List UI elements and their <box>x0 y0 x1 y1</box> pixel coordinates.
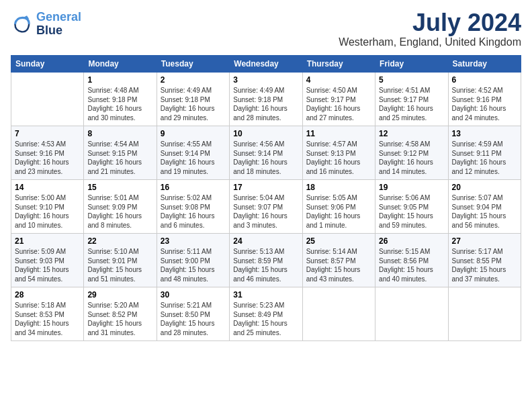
day-number: 16 <box>161 183 226 192</box>
day-number: 17 <box>233 183 298 192</box>
day-number: 9 <box>161 129 226 138</box>
weekday-header-saturday: Saturday <box>448 56 521 73</box>
calendar-cell: 25Sunrise: 5:14 AM Sunset: 8:57 PM Dayli… <box>302 234 375 287</box>
day-detail: Sunrise: 5:23 AM Sunset: 8:49 PM Dayligh… <box>233 301 298 337</box>
calendar-cell: 21Sunrise: 5:09 AM Sunset: 9:03 PM Dayli… <box>11 234 84 287</box>
day-detail: Sunrise: 5:09 AM Sunset: 9:03 PM Dayligh… <box>15 247 80 283</box>
day-detail: Sunrise: 5:02 AM Sunset: 9:08 PM Dayligh… <box>161 193 226 230</box>
day-detail: Sunrise: 4:55 AM Sunset: 9:14 PM Dayligh… <box>161 140 226 176</box>
calendar-cell: 13Sunrise: 4:59 AM Sunset: 9:11 PM Dayli… <box>448 126 521 180</box>
day-detail: Sunrise: 4:57 AM Sunset: 9:13 PM Dayligh… <box>306 140 371 176</box>
day-detail: Sunrise: 4:54 AM Sunset: 9:15 PM Dayligh… <box>87 140 152 176</box>
day-number: 18 <box>306 183 371 192</box>
calendar-week-3: 14Sunrise: 5:00 AM Sunset: 9:10 PM Dayli… <box>11 180 521 234</box>
calendar-table: SundayMondayTuesdayWednesdayThursdayFrid… <box>11 55 521 341</box>
day-number: 29 <box>87 290 152 300</box>
weekday-header-wednesday: Wednesday <box>230 56 302 73</box>
calendar-cell: 18Sunrise: 5:05 AM Sunset: 9:06 PM Dayli… <box>302 180 375 234</box>
day-number: 12 <box>379 129 444 138</box>
calendar-week-4: 21Sunrise: 5:09 AM Sunset: 9:03 PM Dayli… <box>11 234 521 287</box>
calendar-cell: 1Sunrise: 4:48 AM Sunset: 9:18 PM Daylig… <box>84 73 157 126</box>
calendar-cell: 8Sunrise: 4:54 AM Sunset: 9:15 PM Daylig… <box>84 126 157 180</box>
day-detail: Sunrise: 4:48 AM Sunset: 9:18 PM Dayligh… <box>87 86 152 122</box>
weekday-header-sunday: Sunday <box>11 56 84 73</box>
day-number: 19 <box>379 183 444 192</box>
day-detail: Sunrise: 4:51 AM Sunset: 9:17 PM Dayligh… <box>379 86 444 122</box>
calendar-cell: 23Sunrise: 5:11 AM Sunset: 9:00 PM Dayli… <box>157 234 229 287</box>
day-number: 25 <box>306 236 371 246</box>
calendar-week-5: 28Sunrise: 5:18 AM Sunset: 8:53 PM Dayli… <box>11 287 521 341</box>
calendar-cell: 16Sunrise: 5:02 AM Sunset: 9:08 PM Dayli… <box>157 180 229 234</box>
calendar-cell: 11Sunrise: 4:57 AM Sunset: 9:13 PM Dayli… <box>302 126 375 180</box>
day-detail: Sunrise: 4:49 AM Sunset: 9:18 PM Dayligh… <box>161 86 226 122</box>
calendar-cell: 10Sunrise: 4:56 AM Sunset: 9:14 PM Dayli… <box>230 126 302 180</box>
weekday-header-thursday: Thursday <box>302 56 375 73</box>
calendar-cell: 20Sunrise: 5:07 AM Sunset: 9:04 PM Dayli… <box>448 180 521 234</box>
day-detail: Sunrise: 5:01 AM Sunset: 9:09 PM Dayligh… <box>87 193 152 230</box>
logo-text: GeneralBlue <box>36 11 81 38</box>
title-block: July 2024 Westerham, England, United Kin… <box>339 11 521 48</box>
location-text: Westerham, England, United Kingdom <box>339 36 521 48</box>
day-number: 22 <box>87 236 152 246</box>
day-detail: Sunrise: 4:50 AM Sunset: 9:17 PM Dayligh… <box>306 86 371 122</box>
weekday-header-friday: Friday <box>375 56 448 73</box>
calendar-cell: 15Sunrise: 5:01 AM Sunset: 9:09 PM Dayli… <box>84 180 157 234</box>
day-detail: Sunrise: 4:59 AM Sunset: 9:11 PM Dayligh… <box>452 140 517 176</box>
day-number: 11 <box>306 129 371 138</box>
calendar-cell: 9Sunrise: 4:55 AM Sunset: 9:14 PM Daylig… <box>157 126 229 180</box>
day-detail: Sunrise: 5:06 AM Sunset: 9:05 PM Dayligh… <box>379 193 444 230</box>
day-number: 21 <box>15 236 80 246</box>
calendar-cell <box>302 287 375 341</box>
calendar-week-2: 7Sunrise: 4:53 AM Sunset: 9:16 PM Daylig… <box>11 126 521 180</box>
day-number: 28 <box>15 290 80 300</box>
day-detail: Sunrise: 5:18 AM Sunset: 8:53 PM Dayligh… <box>15 301 80 337</box>
calendar-cell: 22Sunrise: 5:10 AM Sunset: 9:01 PM Dayli… <box>84 234 157 287</box>
day-detail: Sunrise: 4:58 AM Sunset: 9:12 PM Dayligh… <box>379 140 444 176</box>
day-number: 24 <box>233 236 298 246</box>
day-number: 6 <box>452 75 517 85</box>
calendar-cell: 12Sunrise: 4:58 AM Sunset: 9:12 PM Dayli… <box>375 126 448 180</box>
day-detail: Sunrise: 4:52 AM Sunset: 9:16 PM Dayligh… <box>452 86 517 122</box>
calendar-cell <box>11 73 84 126</box>
day-detail: Sunrise: 5:21 AM Sunset: 8:50 PM Dayligh… <box>161 301 226 337</box>
calendar-cell: 3Sunrise: 4:49 AM Sunset: 9:18 PM Daylig… <box>230 73 302 126</box>
calendar-cell: 19Sunrise: 5:06 AM Sunset: 9:05 PM Dayli… <box>375 180 448 234</box>
day-number: 1 <box>87 75 152 85</box>
day-detail: Sunrise: 4:53 AM Sunset: 9:16 PM Dayligh… <box>15 140 80 176</box>
day-number: 15 <box>87 183 152 192</box>
day-number: 27 <box>452 236 517 246</box>
calendar-cell: 27Sunrise: 5:17 AM Sunset: 8:55 PM Dayli… <box>448 234 521 287</box>
day-detail: Sunrise: 5:07 AM Sunset: 9:04 PM Dayligh… <box>452 193 517 230</box>
day-detail: Sunrise: 5:11 AM Sunset: 9:00 PM Dayligh… <box>161 247 226 283</box>
calendar-cell: 26Sunrise: 5:15 AM Sunset: 8:56 PM Dayli… <box>375 234 448 287</box>
calendar-cell: 24Sunrise: 5:13 AM Sunset: 8:59 PM Dayli… <box>230 234 302 287</box>
day-number: 8 <box>87 129 152 138</box>
day-number: 10 <box>233 129 298 138</box>
month-title: July 2024 <box>339 11 521 35</box>
calendar-cell: 29Sunrise: 5:20 AM Sunset: 8:52 PM Dayli… <box>84 287 157 341</box>
calendar-cell: 28Sunrise: 5:18 AM Sunset: 8:53 PM Dayli… <box>11 287 84 341</box>
logo-icon <box>11 13 32 35</box>
logo: GeneralBlue <box>11 11 81 38</box>
day-detail: Sunrise: 5:10 AM Sunset: 9:01 PM Dayligh… <box>87 247 152 283</box>
calendar-cell: 17Sunrise: 5:04 AM Sunset: 9:07 PM Dayli… <box>230 180 302 234</box>
calendar-cell: 4Sunrise: 4:50 AM Sunset: 9:17 PM Daylig… <box>302 73 375 126</box>
day-detail: Sunrise: 5:14 AM Sunset: 8:57 PM Dayligh… <box>306 247 371 283</box>
day-detail: Sunrise: 5:13 AM Sunset: 8:59 PM Dayligh… <box>233 247 298 283</box>
day-detail: Sunrise: 5:17 AM Sunset: 8:55 PM Dayligh… <box>452 247 517 283</box>
calendar-cell: 30Sunrise: 5:21 AM Sunset: 8:50 PM Dayli… <box>157 287 229 341</box>
calendar-cell: 2Sunrise: 4:49 AM Sunset: 9:18 PM Daylig… <box>157 73 229 126</box>
day-number: 13 <box>452 129 517 138</box>
weekday-header-tuesday: Tuesday <box>157 56 229 73</box>
day-number: 23 <box>161 236 226 246</box>
calendar-cell: 6Sunrise: 4:52 AM Sunset: 9:16 PM Daylig… <box>448 73 521 126</box>
day-number: 31 <box>233 290 298 300</box>
calendar-week-1: 1Sunrise: 4:48 AM Sunset: 9:18 PM Daylig… <box>11 73 521 126</box>
calendar-cell <box>375 287 448 341</box>
weekday-header-monday: Monday <box>84 56 157 73</box>
day-number: 14 <box>15 183 80 192</box>
day-number: 26 <box>379 236 444 246</box>
calendar-cell: 7Sunrise: 4:53 AM Sunset: 9:16 PM Daylig… <box>11 126 84 180</box>
page-header: GeneralBlue July 2024 Westerham, England… <box>11 11 521 48</box>
day-number: 20 <box>452 183 517 192</box>
